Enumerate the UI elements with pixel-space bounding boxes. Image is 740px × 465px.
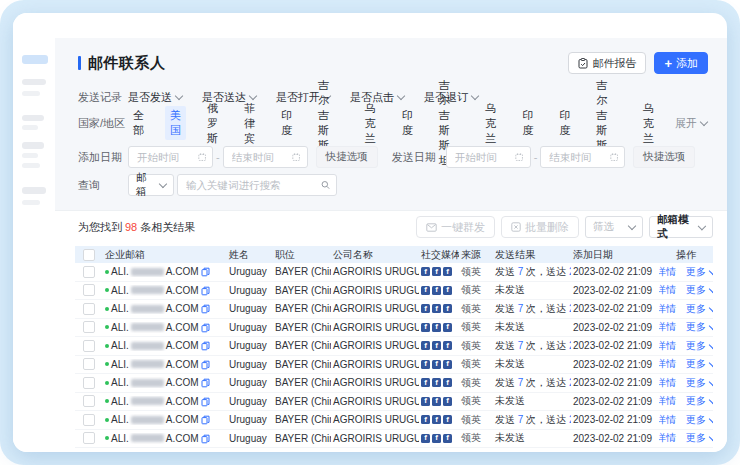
facebook-icon[interactable]: f [432,323,441,332]
more-link[interactable]: 更多 [686,283,713,297]
facebook-icon[interactable]: f [432,378,441,387]
copy-icon[interactable] [201,414,210,425]
detail-link[interactable]: 详情 [659,394,676,408]
facebook-icon[interactable]: f [421,434,430,443]
more-link[interactable]: 更多 [686,320,713,334]
sidebar-item[interactable] [22,115,44,121]
facebook-icon[interactable]: f [443,360,452,369]
select-all-checkbox[interactable] [83,249,95,261]
facebook-icon[interactable]: f [421,378,430,387]
more-link[interactable]: 更多 [686,302,713,316]
region-option[interactable]: 印度 [554,106,575,140]
facebook-icon[interactable]: f [432,304,441,313]
facebook-icon[interactable]: f [432,415,441,424]
facebook-icon[interactable]: f [421,415,430,424]
facebook-icon[interactable]: f [432,267,441,276]
send-date-start-input[interactable] [446,146,531,168]
detail-link[interactable]: 详情 [659,431,676,445]
mode-select[interactable]: 邮箱模式 [649,216,713,238]
more-link[interactable]: 更多 [686,265,713,279]
sidebar-item[interactable] [22,187,46,194]
facebook-icon[interactable]: f [443,378,452,387]
sidebar-item[interactable] [22,91,40,96]
region-option[interactable]: 乌克兰 [480,99,501,148]
add-date-end-input[interactable] [223,146,308,168]
facebook-icon[interactable]: f [432,360,441,369]
search-icon[interactable] [321,180,330,190]
detail-link[interactable]: 详情 [659,413,676,427]
detail-link[interactable]: 详情 [659,339,676,353]
facebook-icon[interactable]: f [421,360,430,369]
region-option[interactable]: 乌克兰 [638,99,659,148]
facebook-icon[interactable]: f [432,397,441,406]
keyword-search-input[interactable] [177,174,337,196]
copy-icon[interactable] [201,377,210,388]
region-option[interactable]: 印度 [276,106,297,140]
copy-icon[interactable] [201,359,210,370]
facebook-icon[interactable]: f [432,286,441,295]
facebook-icon[interactable]: f [421,304,430,313]
detail-link[interactable]: 详情 [659,265,676,279]
more-link[interactable]: 更多 [686,357,713,371]
row-checkbox[interactable] [83,340,95,352]
row-checkbox[interactable] [83,303,95,315]
row-checkbox[interactable] [83,266,95,278]
region-option[interactable]: 全部 [128,106,149,140]
sidebar-item[interactable] [22,142,44,149]
email-report-button[interactable]: 邮件报告 [568,52,646,74]
row-checkbox[interactable] [83,321,95,333]
facebook-icon[interactable]: f [443,415,452,424]
sidebar-item[interactable] [22,153,38,158]
copy-icon[interactable] [201,340,210,351]
send-date-end-input[interactable] [540,146,625,168]
more-link[interactable]: 更多 [686,431,713,445]
copy-icon[interactable] [201,322,210,333]
add-date-start-input[interactable] [128,146,213,168]
more-link[interactable]: 更多 [686,394,713,408]
region-option[interactable]: 菲律宾 [239,99,260,148]
region-option[interactable]: 俄罗斯 [202,99,223,148]
copy-icon[interactable] [201,433,210,444]
region-option[interactable]: 美国 [165,106,186,140]
facebook-icon[interactable]: f [432,341,441,350]
sidebar-item[interactable] [22,163,40,168]
detail-link[interactable]: 详情 [659,320,676,334]
add-date-start-field[interactable] [135,150,198,164]
detail-link[interactable]: 详情 [659,283,676,297]
sidebar-item[interactable] [22,79,46,85]
facebook-icon[interactable]: f [421,397,430,406]
add-date-quick-options-button[interactable]: 快捷选项 [316,146,378,168]
keyword-search-field[interactable] [184,178,321,192]
more-link[interactable]: 更多 [686,339,713,353]
sidebar-item[interactable] [22,200,40,205]
region-option[interactable]: 印度 [517,106,538,140]
facebook-icon[interactable]: f [443,267,452,276]
send-date-end-field[interactable] [547,150,610,164]
row-checkbox[interactable] [83,414,95,426]
facebook-icon[interactable]: f [443,341,452,350]
sidebar-item-active[interactable] [22,55,48,64]
region-option[interactable]: 印度 [397,106,418,140]
facebook-icon[interactable]: f [421,323,430,332]
send-date-start-field[interactable] [453,150,516,164]
facebook-icon[interactable]: f [443,304,452,313]
facebook-icon[interactable]: f [443,323,452,332]
region-option[interactable]: 乌克兰 [360,99,381,148]
add-date-end-field[interactable] [230,150,293,164]
bulk-delete-button[interactable]: 批量删除 [501,216,579,238]
bulk-send-button[interactable]: 一键群发 [416,216,495,238]
facebook-icon[interactable]: f [432,434,441,443]
query-field-select[interactable]: 邮箱 [128,174,174,196]
row-checkbox[interactable] [83,432,95,444]
facebook-icon[interactable]: f [421,286,430,295]
facebook-icon[interactable]: f [443,397,452,406]
row-checkbox[interactable] [83,358,95,370]
facebook-icon[interactable]: f [443,434,452,443]
facebook-icon[interactable]: f [421,341,430,350]
row-checkbox[interactable] [83,395,95,407]
facebook-icon[interactable]: f [421,267,430,276]
sidebar-item[interactable] [22,125,38,130]
detail-link[interactable]: 详情 [659,357,676,371]
row-checkbox[interactable] [83,377,95,389]
more-link[interactable]: 更多 [686,413,713,427]
